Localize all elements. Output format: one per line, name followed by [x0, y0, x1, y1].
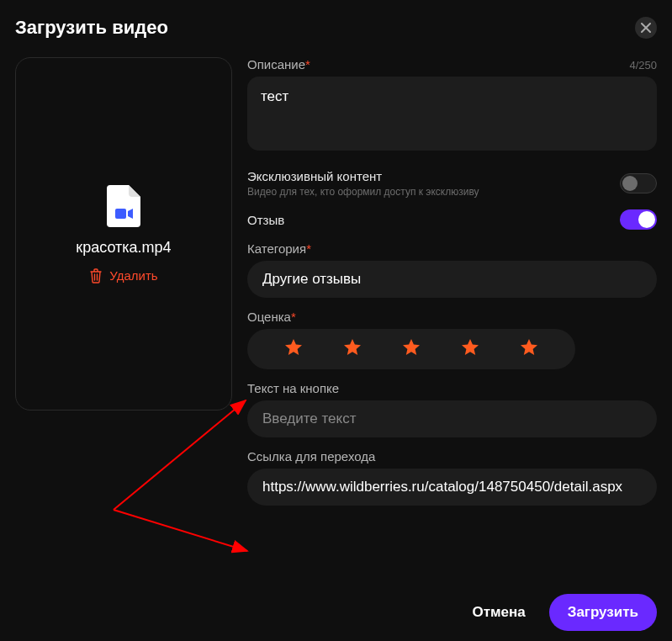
rating-box	[247, 329, 575, 369]
category-input[interactable]	[247, 261, 657, 298]
star-5[interactable]	[519, 337, 539, 361]
description-counter: 4/250	[629, 59, 657, 72]
close-icon	[641, 23, 651, 33]
star-2[interactable]	[342, 337, 362, 361]
description-section: Описание* 4/250	[247, 57, 657, 151]
review-toggle[interactable]	[620, 209, 657, 230]
file-name: красотка.mp4	[76, 239, 171, 257]
modal-title: Загрузить видео	[15, 17, 168, 39]
review-row: Отзыв	[247, 209, 657, 230]
rating-label: Оценка*	[247, 310, 657, 324]
button-text-input[interactable]	[247, 400, 657, 437]
button-text-label: Текст на кнопке	[247, 381, 657, 395]
rating-section: Оценка*	[247, 310, 657, 369]
upload-video-modal: Загрузить видео красотка.mp4	[0, 0, 672, 641]
form-panel: Описание* 4/250 Эксклюзивный контент Вид…	[247, 57, 657, 577]
cancel-button[interactable]: Отмена	[460, 596, 537, 629]
close-button[interactable]	[635, 17, 657, 39]
review-title: Отзыв	[247, 213, 284, 227]
link-label: Ссылка для перехода	[247, 449, 657, 464]
button-text-section: Текст на кнопке	[247, 381, 657, 437]
modal-header: Загрузить видео	[15, 17, 657, 39]
delete-label: Удалить	[109, 268, 157, 283]
category-label: Категория*	[247, 241, 657, 256]
category-section: Категория*	[247, 241, 657, 298]
file-card: красотка.mp4 Удалить	[15, 57, 232, 411]
exclusive-row: Эксклюзивный контент Видео для тех, кто …	[247, 169, 657, 198]
svg-rect-0	[115, 209, 126, 219]
modal-content: красотка.mp4 Удалить Описание* 4/250	[15, 57, 657, 577]
trash-icon	[89, 268, 103, 283]
description-input[interactable]	[247, 77, 657, 151]
star-3[interactable]	[401, 337, 421, 361]
exclusive-title: Эксклюзивный контент	[247, 169, 479, 183]
exclusive-subtitle: Видео для тех, кто оформил доступ к экск…	[247, 186, 479, 198]
delete-file-button[interactable]: Удалить	[89, 268, 157, 283]
star-1[interactable]	[283, 337, 304, 361]
star-4[interactable]	[460, 337, 480, 361]
link-input[interactable]	[247, 469, 657, 506]
video-file-icon	[107, 185, 140, 227]
link-section: Ссылка для перехода	[247, 449, 657, 506]
file-panel: красотка.mp4 Удалить	[15, 57, 232, 577]
description-label: Описание*	[247, 57, 310, 72]
modal-footer: Отмена Загрузить	[15, 577, 657, 631]
submit-button[interactable]: Загрузить	[549, 594, 657, 631]
exclusive-toggle[interactable]	[620, 173, 657, 193]
